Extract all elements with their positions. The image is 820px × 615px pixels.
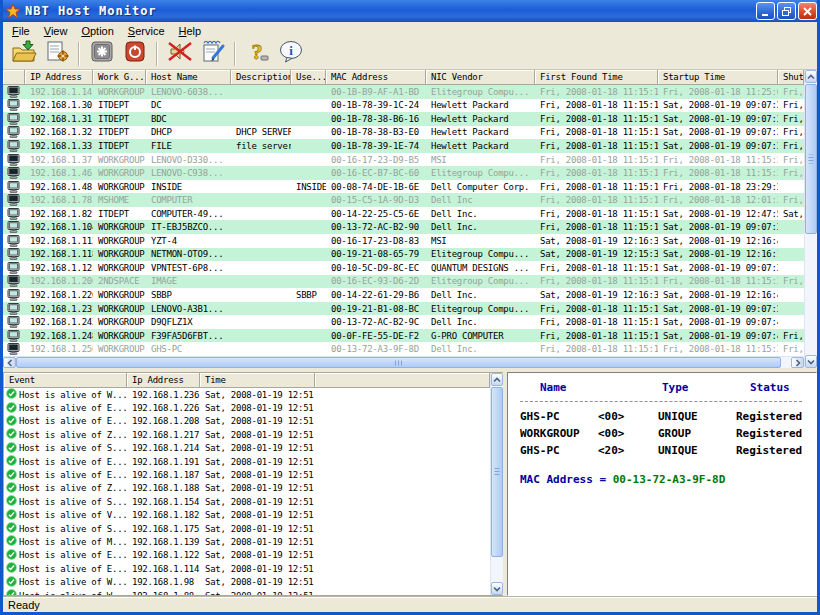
host-cell-startup: Sat, 2008-01-19 09:07:48 xyxy=(658,331,778,341)
host-row[interactable]: 192.168.1.118WORKGROUPNETMON-OTO9...00-1… xyxy=(3,248,804,262)
scroll-thumb[interactable] xyxy=(16,357,781,368)
close-button[interactable] xyxy=(798,2,817,20)
help-button[interactable]: ? xyxy=(241,41,274,68)
computer-icon xyxy=(3,303,25,315)
menu-item-help[interactable]: Help xyxy=(172,24,209,38)
host-row[interactable]: 192.168.1.37WORKGROUPLENOVO-D330...00-16… xyxy=(3,153,804,167)
event-row[interactable]: Host is alive of Z...192.168.1.188Sat, 2… xyxy=(4,482,490,495)
scroll-left-arrow[interactable] xyxy=(3,357,16,368)
event-column-header-3[interactable] xyxy=(315,373,490,388)
host-row[interactable]: 192.168.1.121WORKGROUPVPNTEST-6P8...00-1… xyxy=(3,261,804,275)
host-cell-ip: 192.168.1.112 xyxy=(25,236,93,246)
host-cell-ip: 192.168.1.104 xyxy=(25,222,93,232)
scroll-thumb[interactable] xyxy=(805,84,817,234)
scroll-down-arrow[interactable] xyxy=(805,355,817,368)
minimize-button[interactable] xyxy=(756,2,775,20)
event-row[interactable]: Host is alive of W...192.168.1.236Sat, 2… xyxy=(4,388,490,401)
host-row[interactable]: 192.168.1.2002NDSPACEIMAGE00-16-EC-93-D6… xyxy=(3,275,804,289)
event-cell-event: Host is alive of E... xyxy=(4,402,127,415)
scroll-up-arrow[interactable] xyxy=(491,373,503,386)
computer-icon xyxy=(3,289,25,301)
host-row[interactable]: 192.168.1.231WORKGROUPLENOVO-A3B1...00-1… xyxy=(3,302,804,316)
host-column-header-9[interactable]: Startup Time xyxy=(658,70,778,85)
host-row[interactable]: 192.168.1.104WORKGROUPIT-EBJ5BZCO...00-1… xyxy=(3,220,804,234)
event-row[interactable]: Host is alive of S...192.168.1.175Sat, 2… xyxy=(4,522,490,535)
event-row[interactable]: Host is alive of E...192.168.1.226Sat, 2… xyxy=(4,401,490,414)
scroll-thumb[interactable] xyxy=(491,387,503,557)
shutdown-button[interactable] xyxy=(118,41,151,68)
menu-item-view[interactable]: View xyxy=(37,24,75,38)
host-cell-workgroup: 2NDSPACE xyxy=(93,276,146,286)
computer-icon xyxy=(3,248,25,260)
host-row[interactable]: 192.168.1.78MSHOMECOMPUTER00-15-C5-1A-9D… xyxy=(3,193,804,207)
host-cell-ip: 192.168.1.248 xyxy=(25,331,93,341)
host-row[interactable]: 192.168.1.220WORKGROUPSBBPSBBP00-14-22-6… xyxy=(3,288,804,302)
restore-button[interactable] xyxy=(777,2,796,20)
bottom-panes: EventIp AddressTime Host is alive of W..… xyxy=(3,372,817,596)
event-row[interactable]: Host is alive of E...192.168.1.122Sat, 2… xyxy=(4,549,490,562)
event-row[interactable]: Host is alive of W...192.168.1.88Sat, 20… xyxy=(4,589,490,595)
event-row[interactable]: Host is alive of E...192.168.1.208Sat, 2… xyxy=(4,415,490,428)
event-row[interactable]: Host is alive of E...192.168.1.187Sat, 2… xyxy=(4,468,490,481)
host-row[interactable]: 192.168.1.30ITDEPTDC00-1B-78-39-1C-24Hew… xyxy=(3,99,804,113)
host-row[interactable]: 192.168.1.250WORKGROUPGHS-PC00-13-72-A3-… xyxy=(3,342,804,356)
host-row[interactable]: 192.168.1.112WORKGROUPYZT-400-16-17-23-D… xyxy=(3,234,804,248)
host-column-header-5[interactable]: Use... xyxy=(291,70,326,85)
host-row[interactable]: 192.168.1.32ITDEPTDHCPDHCP SERVER00-1B-7… xyxy=(3,126,804,140)
host-row[interactable]: 192.168.1.48WORKGROUPINSIDEINSIDE00-08-7… xyxy=(3,180,804,194)
host-cell-shutdown: Fri, 2 xyxy=(778,331,804,341)
host-column-header-7[interactable]: NIC Vendor xyxy=(426,70,535,85)
host-table-body: 192.168.1.14WORKGROUPLENOVO-6038...00-1B… xyxy=(3,85,804,356)
host-column-header-10[interactable]: Shutdo xyxy=(778,70,804,85)
menu-item-service[interactable]: Service xyxy=(121,24,172,38)
scan-button[interactable] xyxy=(85,41,118,68)
event-row[interactable]: Host is alive of Z...192.168.1.217Sat, 2… xyxy=(4,428,490,441)
event-row[interactable]: Host is alive of S...192.168.1.214Sat, 2… xyxy=(4,442,490,455)
log-button[interactable] xyxy=(196,41,229,68)
host-cell-ip: 192.168.1.46 xyxy=(25,168,93,178)
host-column-header-8[interactable]: First Found Time xyxy=(535,70,658,85)
host-row[interactable]: 192.168.1.82ITDEPTCOMPUTER-49...00-14-22… xyxy=(3,207,804,221)
mute-button[interactable] xyxy=(163,41,196,68)
about-button[interactable]: i xyxy=(274,41,307,68)
menu-item-file[interactable]: File xyxy=(5,24,37,38)
open-button[interactable] xyxy=(7,41,40,68)
host-cell-ip: 192.168.1.231 xyxy=(25,304,93,314)
host-cell-vendor: Hewlett Packard xyxy=(426,114,535,124)
host-column-header-1[interactable]: IP Address xyxy=(25,70,93,85)
scroll-down-arrow[interactable] xyxy=(491,582,503,595)
host-cell-first_found: Fri, 2008-01-18 11:15:15 xyxy=(535,168,658,178)
event-row[interactable]: Host is alive of W...192.168.1.98Sat, 20… xyxy=(4,575,490,588)
event-row[interactable]: Host is alive of V...192.168.1.182Sat, 2… xyxy=(4,509,490,522)
scroll-right-arrow[interactable] xyxy=(791,357,804,368)
event-column-header-1[interactable]: Ip Address xyxy=(127,373,200,388)
host-table-horizontal-scrollbar[interactable] xyxy=(3,356,804,368)
spacer xyxy=(520,461,810,471)
host-column-header-3[interactable]: Host Name xyxy=(146,70,231,85)
host-table-vertical-scrollbar[interactable] xyxy=(804,70,817,368)
host-row[interactable]: 192.168.1.14WORKGROUPLENOVO-6038...00-1B… xyxy=(3,85,804,99)
host-cell-host: IMAGE xyxy=(146,276,231,286)
event-row[interactable]: Host is alive of S...192.168.1.154Sat, 2… xyxy=(4,495,490,508)
host-column-header-4[interactable]: Description xyxy=(231,70,291,85)
host-column-header-0[interactable] xyxy=(3,70,25,85)
event-column-header-0[interactable]: Event xyxy=(4,373,127,388)
check-icon xyxy=(6,576,17,589)
host-row[interactable]: 192.168.1.243WORKGROUPD9QFLZ1X00-13-72-A… xyxy=(3,315,804,329)
host-row[interactable]: 192.168.1.31ITDEPTBDC00-1B-78-38-B6-16He… xyxy=(3,112,804,126)
host-cell-vendor: Dell Inc. xyxy=(426,222,535,232)
event-row[interactable]: Host is alive of E...192.168.1.191Sat, 2… xyxy=(4,455,490,468)
event-vertical-scrollbar[interactable] xyxy=(490,373,503,595)
event-row[interactable]: Host is alive of E...192.168.1.114Sat, 2… xyxy=(4,562,490,575)
event-row[interactable]: Host is alive of M...192.168.1.139Sat, 2… xyxy=(4,535,490,548)
host-row[interactable]: 192.168.1.33ITDEPTFILEfile server00-1B-7… xyxy=(3,139,804,153)
menu-item-option[interactable]: Option xyxy=(74,24,120,38)
report-button[interactable] xyxy=(40,41,73,68)
host-column-header-6[interactable]: MAC Address xyxy=(326,70,426,85)
host-row[interactable]: 192.168.1.248WORKGROUPF39FA5D6FBT...00-0… xyxy=(3,329,804,343)
host-row[interactable]: 192.168.1.46WORKGROUPLENOVO-C938...00-16… xyxy=(3,166,804,180)
host-column-header-2[interactable]: Work G... xyxy=(93,70,146,85)
scroll-up-arrow[interactable] xyxy=(805,70,817,83)
netbios-name: GHS-PC xyxy=(520,444,598,458)
event-column-header-2[interactable]: Time xyxy=(200,373,315,388)
